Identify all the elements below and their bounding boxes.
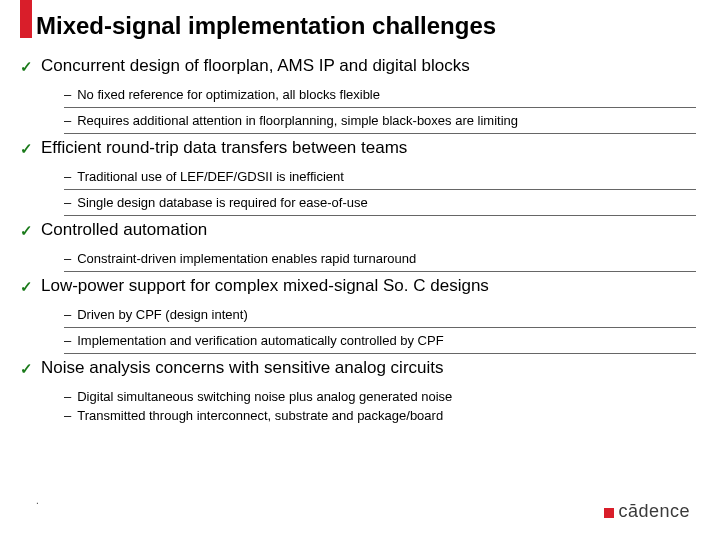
check-icon: ✓ (20, 358, 33, 380)
dash-icon: – (64, 195, 71, 210)
bullet-item: ✓ Controlled automation –Constraint-driv… (20, 218, 696, 272)
bullet-item: ✓ Concurrent design of floorplan, AMS IP… (20, 54, 696, 134)
logo-text: cādence (618, 501, 690, 522)
dash-icon: – (64, 333, 71, 348)
sub-item: –Traditional use of LEF/DEF/GDSII is ine… (64, 164, 696, 190)
sub-list: –Driven by CPF (design intent) –Implemen… (64, 302, 696, 354)
dash-icon: – (64, 389, 71, 404)
sub-text: Requires additional attention in floorpl… (77, 113, 518, 128)
slide-title: Mixed-signal implementation challenges (36, 12, 720, 40)
bullet-item: ✓ Low-power support for complex mixed-si… (20, 274, 696, 354)
bullet-top: ✓ Noise analysis concerns with sensitive… (20, 356, 696, 380)
bullet-top: ✓ Controlled automation (20, 218, 696, 242)
check-icon: ✓ (20, 220, 33, 242)
sub-item: –Requires additional attention in floorp… (64, 108, 696, 134)
check-icon: ✓ (20, 56, 33, 78)
check-icon: ✓ (20, 276, 33, 298)
sub-list: –Traditional use of LEF/DEF/GDSII is ine… (64, 164, 696, 216)
bullet-item: ✓ Efficient round-trip data transfers be… (20, 136, 696, 216)
dash-icon: – (64, 408, 71, 423)
dash-icon: – (64, 169, 71, 184)
dash-icon: – (64, 307, 71, 322)
bullet-top: ✓ Efficient round-trip data transfers be… (20, 136, 696, 160)
sub-text: Constraint-driven implementation enables… (77, 251, 416, 266)
sub-list: –Digital simultaneous switching noise pl… (64, 384, 696, 428)
dash-icon: – (64, 113, 71, 128)
sub-item: –Constraint-driven implementation enable… (64, 246, 696, 272)
sub-text: Digital simultaneous switching noise plu… (77, 389, 452, 404)
bullet-text: Concurrent design of floorplan, AMS IP a… (41, 56, 470, 76)
logo-square-icon (604, 508, 614, 518)
content-area: ✓ Concurrent design of floorplan, AMS IP… (20, 54, 696, 428)
sub-text: Single design database is required for e… (77, 195, 368, 210)
sub-item: –No fixed reference for optimization, al… (64, 82, 696, 108)
bullet-top: ✓ Low-power support for complex mixed-si… (20, 274, 696, 298)
sub-item: –Driven by CPF (design intent) (64, 302, 696, 328)
sub-text: No fixed reference for optimization, all… (77, 87, 380, 102)
sub-item: –Implementation and verification automat… (64, 328, 696, 354)
accent-bar (20, 0, 32, 38)
sub-list: –No fixed reference for optimization, al… (64, 82, 696, 134)
sub-text: Traditional use of LEF/DEF/GDSII is inef… (77, 169, 344, 184)
sub-item: –Transmitted through interconnect, subst… (64, 406, 696, 428)
bullet-text: Efficient round-trip data transfers betw… (41, 138, 407, 158)
sub-text: Implementation and verification automati… (77, 333, 443, 348)
cadence-logo: cādence (604, 501, 690, 522)
sub-list: –Constraint-driven implementation enable… (64, 246, 696, 272)
bullet-text: Noise analysis concerns with sensitive a… (41, 358, 444, 378)
bullet-text: Controlled automation (41, 220, 207, 240)
bullet-top: ✓ Concurrent design of floorplan, AMS IP… (20, 54, 696, 78)
slide: Mixed-signal implementation challenges ✓… (0, 0, 720, 540)
sub-text: Transmitted through interconnect, substr… (77, 408, 443, 423)
bullet-text: Low-power support for complex mixed-sign… (41, 276, 489, 296)
dash-icon: – (64, 87, 71, 102)
sub-text: Driven by CPF (design intent) (77, 307, 248, 322)
sub-item: –Digital simultaneous switching noise pl… (64, 384, 696, 406)
footer-text: . (36, 495, 39, 506)
check-icon: ✓ (20, 138, 33, 160)
sub-item: –Single design database is required for … (64, 190, 696, 216)
bullet-item: ✓ Noise analysis concerns with sensitive… (20, 356, 696, 428)
dash-icon: – (64, 251, 71, 266)
